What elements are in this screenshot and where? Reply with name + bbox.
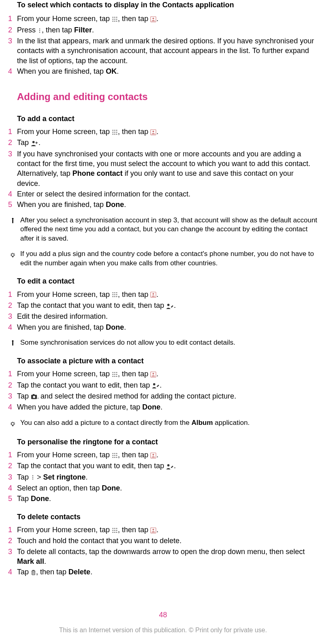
apps-grid-icon (112, 450, 118, 460)
contacts-icon (150, 14, 156, 23)
step-item: From your Home screen, tap , then tap . (8, 525, 318, 535)
step-item: In the list that appears, mark and unmar… (8, 36, 318, 66)
step-item: If you have synchronised your contacts w… (8, 149, 318, 188)
document-body: To select which contacts to display in t… (8, 0, 318, 642)
overflow-icon (38, 25, 42, 35)
step-item: Tap the contact that you want to edit, t… (8, 461, 318, 471)
edit-contact-icon (152, 380, 160, 390)
overflow-icon (31, 472, 35, 482)
step-item: Tap , then tap Delete. (8, 567, 318, 577)
heading-2: Adding and editing contacts (17, 90, 318, 103)
step-item: From your Home screen, tap , then tap . (8, 14, 318, 24)
step-item: To delete all contacts, tap the downward… (8, 547, 318, 567)
trash-icon (31, 567, 36, 577)
step-item: When you are finished, tap Done. (8, 322, 318, 332)
section-title: To delete contacts (17, 512, 318, 522)
bulb-icon (10, 420, 16, 429)
edit-contact-icon (166, 301, 174, 310)
footer-text: This is an Internet version of this publ… (8, 626, 318, 635)
page-number: 48 (8, 610, 318, 620)
tip-text: You can also add a picture to a contact … (17, 418, 318, 428)
section-title: To associate a picture with a contact (17, 356, 318, 366)
step-item: When you are finished, tap Done. (8, 200, 318, 209)
contacts-icon (150, 127, 156, 136)
note-text: Some synchronisation services do not all… (17, 338, 318, 348)
contacts-icon (150, 369, 156, 379)
steps-list: From your Home screen, tap , then tap . … (8, 127, 318, 210)
note-icon (11, 339, 15, 348)
step-item: From your Home screen, tap , then tap . (8, 127, 318, 137)
step-item: When you are finished, tap OK. (8, 66, 318, 76)
note-block: After you select a synchronisation accou… (8, 216, 318, 244)
step-item: When you have added the picture, tap Don… (8, 402, 318, 412)
step-item: Touch and hold the contact that you want… (8, 536, 318, 546)
tip-text: If you add a plus sign and the country c… (17, 249, 318, 268)
step-item: Edit the desired information. (8, 311, 318, 321)
page-footer: 48 This is an Internet version of this p… (8, 610, 318, 643)
section-title: To edit a contact (17, 276, 318, 286)
steps-list: From your Home screen, tap , then tap . … (8, 14, 318, 76)
steps-list: From your Home screen, tap , then tap . … (8, 450, 318, 504)
tip-block: You can also add a picture to a contact … (8, 418, 318, 429)
step-item: Select an option, then tap Done. (8, 483, 318, 493)
steps-list: From your Home screen, tap , then tap . … (8, 369, 318, 412)
contacts-icon (150, 290, 156, 299)
step-item: Tap the contact you want to edit, then t… (8, 380, 318, 390)
apps-grid-icon (112, 290, 118, 299)
edit-contact-icon (166, 461, 174, 471)
steps-list: From your Home screen, tap , then tap . … (8, 290, 318, 332)
step-item: Tap > Set ringtone. (8, 472, 318, 482)
apps-grid-icon (112, 369, 118, 379)
section-title: To select which contacts to display in t… (17, 0, 318, 10)
apps-grid-icon (112, 127, 118, 136)
step-item: Tap Done. (8, 494, 318, 503)
step-item: From your Home screen, tap , then tap . (8, 290, 318, 300)
step-item: Tap the contact that you want to edit, t… (8, 301, 318, 311)
tip-block: If you add a plus sign and the country c… (8, 249, 318, 268)
steps-list: From your Home screen, tap , then tap . … (8, 525, 318, 578)
apps-grid-icon (112, 525, 118, 535)
add-contact-icon (31, 138, 38, 147)
section-title: To add a contact (17, 114, 318, 124)
step-item: Press , then tap Filter. (8, 25, 318, 35)
camera-add-icon (31, 391, 38, 401)
section-title: To personalise the ringtone for a contac… (17, 437, 318, 447)
note-block: Some synchronisation services do not all… (8, 338, 318, 348)
note-text: After you select a synchronisation accou… (17, 216, 318, 244)
step-item: From your Home screen, tap , then tap . (8, 450, 318, 460)
contacts-icon (150, 450, 156, 460)
step-item: From your Home screen, tap , then tap . (8, 369, 318, 379)
contacts-icon (150, 525, 156, 535)
step-item: Enter or select the desired information … (8, 189, 318, 199)
bulb-icon (10, 251, 16, 260)
step-item: Tap and select the desired method for ad… (8, 391, 318, 401)
apps-grid-icon (112, 14, 118, 23)
step-item: Tap . (8, 138, 318, 148)
note-icon (11, 216, 15, 226)
